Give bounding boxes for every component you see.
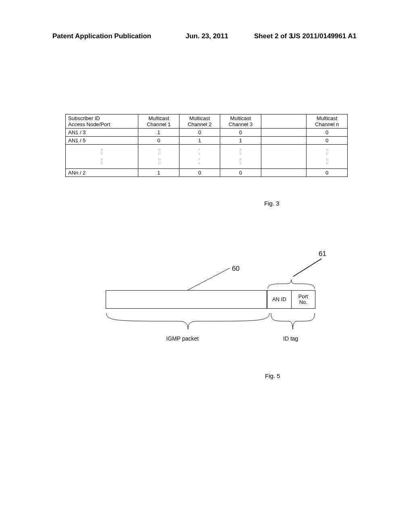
- svg-line-1: [293, 259, 321, 276]
- idtag-brace-icon: [270, 312, 315, 330]
- cell-sub: AN1 / 3: [66, 129, 138, 137]
- table-row: AN1 / 3 1 0 0 0: [66, 129, 348, 137]
- pub-label: Patent Application Publication: [52, 32, 151, 40]
- pub-date: Jun. 23, 2011: [186, 32, 228, 40]
- table-row: ANn / 2 1 0 0 0: [66, 169, 348, 177]
- col-chn-text: Multicast Channel n: [315, 115, 339, 127]
- idtag-label: ID tag: [283, 335, 298, 342]
- id-tag-box: AN ID Port No.: [267, 290, 315, 309]
- fig5-diagram: 60 61 AN ID Port No. IGMP packet ID tag: [65, 242, 348, 375]
- multicast-table: Subscriber ID Access Node/Port Multicast…: [65, 114, 348, 177]
- cell-val: 0: [220, 129, 261, 137]
- col-subscriber-line2: Access Node/Port: [68, 121, 110, 127]
- an-id-field: AN ID: [267, 291, 291, 308]
- col-ch2: Multicast Channel 2: [179, 114, 220, 129]
- igmp-label: IGMP packet: [166, 335, 199, 342]
- col-ch1-text: Multicast Channel 1: [147, 115, 171, 127]
- cell-val: 1: [220, 137, 261, 145]
- col-subscriber: Subscriber ID Access Node/Port: [66, 114, 138, 129]
- port-no-field: Port No.: [292, 291, 315, 308]
- cell-blank: [261, 169, 307, 177]
- svg-line-0: [188, 268, 230, 290]
- igmp-brace-icon: [106, 312, 270, 330]
- table-row: AN1 / 5 0 1 1 0: [66, 137, 348, 145]
- sheet-number: Sheet 2 of 3: [254, 32, 292, 40]
- ref-60: 60: [232, 265, 240, 273]
- cell-sub: AN1 / 5: [66, 137, 138, 145]
- cell-val: 0: [138, 137, 179, 145]
- fig3-table: Subscriber ID Access Node/Port Multicast…: [65, 114, 348, 177]
- top-brace-icon: [267, 279, 315, 289]
- cell-val: 0: [179, 169, 220, 177]
- col-ch3: Multicast Channel 3: [220, 114, 261, 129]
- cell-val: 0: [220, 169, 261, 177]
- cell-val: 0: [179, 129, 220, 137]
- col-ch2-text: Multicast Channel 2: [188, 115, 211, 127]
- cell-blank: [261, 129, 307, 137]
- cell-val: 1: [179, 137, 220, 145]
- fig3-caption: Fig. 3: [264, 200, 280, 207]
- cell-val: 1: [138, 169, 179, 177]
- cell-sub: ANn / 2: [66, 169, 138, 177]
- col-subscriber-line1: Subscriber ID: [68, 115, 100, 121]
- leader-60: 60: [188, 268, 228, 292]
- col-ellipsis: [261, 114, 307, 129]
- cell-blank: [261, 137, 307, 145]
- col-ch3-text: Multicast Channel 3: [229, 115, 252, 127]
- cell-val: 0: [307, 129, 348, 137]
- cell-val: 0: [307, 169, 348, 177]
- cell-val: 1: [138, 129, 179, 137]
- col-ch1: Multicast Channel 1: [138, 114, 179, 129]
- pub-number: US 2011/0149961 A1: [291, 32, 357, 40]
- page-header: Patent Application Publication Jun. 23, …: [52, 32, 357, 40]
- cell-val: 0: [307, 137, 348, 145]
- fig5-caption: Fig. 5: [265, 372, 280, 379]
- igmp-packet-box: [106, 290, 267, 309]
- col-chn: Multicast Channel n: [307, 114, 348, 129]
- port-no-text: Port No.: [298, 294, 308, 305]
- ref-61: 61: [319, 250, 326, 258]
- table-ellipsis-row: ···· ···· ···· ···· ····: [66, 145, 348, 169]
